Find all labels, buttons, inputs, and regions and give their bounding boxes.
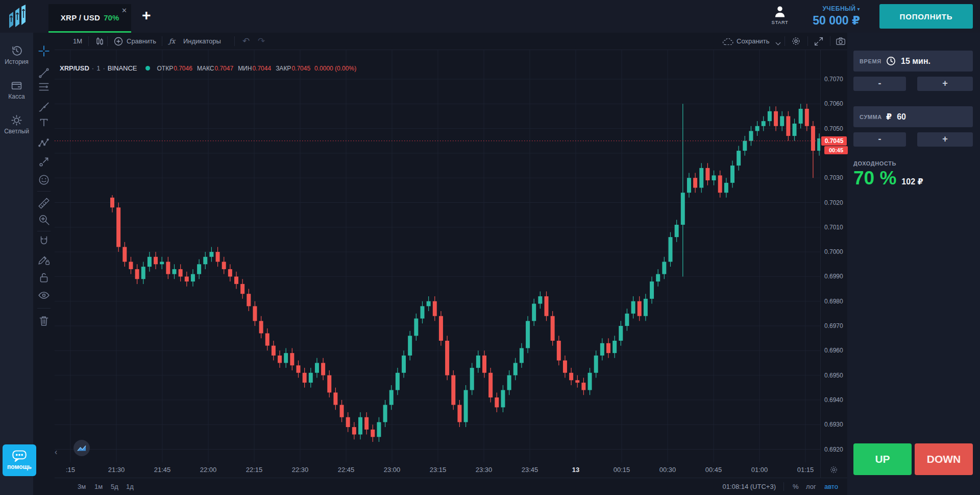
sidebar-item-theme[interactable]: Светлый (0, 114, 33, 135)
candle-body (755, 126, 760, 131)
candle-body (687, 178, 691, 193)
candle-body (179, 269, 183, 276)
candle-body (762, 121, 766, 126)
candle-body (774, 111, 778, 126)
interval-button[interactable]: 1M (73, 33, 82, 50)
candle-body (377, 422, 381, 437)
save-label[interactable]: Сохранить (737, 33, 770, 50)
chart-settings-button[interactable] (791, 36, 801, 46)
candle-body (222, 262, 226, 269)
candlestick-chart[interactable] (55, 50, 820, 462)
pattern-tool[interactable] (38, 137, 50, 150)
fx-icon[interactable]: ƒx (169, 33, 175, 50)
candle-body (482, 356, 486, 373)
range-1d[interactable]: 1д (126, 478, 134, 495)
candle-body (203, 257, 207, 264)
compare-label[interactable]: Сравнить (127, 33, 156, 50)
sidebar-item-label: История (0, 58, 33, 65)
percent-scale-toggle[interactable]: % (793, 478, 799, 495)
range-1m[interactable]: 1м (94, 478, 103, 495)
toolbar-collapse-handle[interactable]: ‹ (55, 447, 57, 457)
zoom-in-tool[interactable] (38, 214, 50, 226)
sidebar-item-cashier[interactable]: Касса (0, 80, 33, 100)
add-tab-button[interactable]: + (142, 7, 151, 23)
text-tool[interactable] (38, 116, 50, 129)
candle-style-button[interactable] (94, 36, 105, 46)
tab-xrp-usd[interactable]: XRP / USD 70% ✕ (48, 4, 131, 33)
clock-utc[interactable]: 01:08:14 (UTC+3) (716, 478, 776, 495)
candle-body (396, 373, 400, 390)
time-minus-button[interactable]: - (853, 77, 906, 91)
candle-body (724, 183, 728, 193)
brush-tool[interactable] (38, 101, 50, 113)
price-tick-label: 0.7010 (824, 224, 843, 231)
up-button[interactable]: UP (853, 443, 912, 475)
auto-scale-toggle[interactable]: авто (824, 478, 838, 495)
time-plus-button[interactable]: + (917, 77, 973, 91)
sidebar-item-history[interactable]: История (0, 45, 33, 65)
candle-body (768, 111, 772, 121)
drawing-mode-tool[interactable] (38, 253, 50, 266)
candle-body (439, 316, 443, 341)
divider (234, 36, 235, 46)
candle-body (575, 380, 579, 383)
sidebar-item-label: Касса (0, 93, 33, 100)
candle-body (811, 126, 815, 151)
undo-icon[interactable]: ↶ (242, 33, 250, 50)
hide-drawings-tool[interactable] (38, 289, 50, 301)
log-scale-toggle[interactable]: лог (806, 478, 816, 495)
fib-tool[interactable] (38, 81, 50, 93)
candle-body (141, 267, 145, 279)
range-3m[interactable]: 3м (78, 478, 86, 495)
candle-body (228, 269, 232, 276)
exchange-watermark[interactable] (73, 439, 90, 457)
close-icon[interactable]: ✕ (121, 7, 127, 14)
time-axis[interactable]: :1521:3021:4522:0022:1522:3022:4523:0023… (55, 462, 820, 478)
range-5d[interactable]: 5д (111, 478, 118, 495)
candle-body (265, 333, 270, 345)
left-sidebar: История Касса Светлый помощь (0, 33, 33, 495)
candle-body (662, 262, 666, 274)
price-axis[interactable]: 0.70700.70600.70500.70300.70200.70100.70… (820, 50, 847, 462)
magnet-tool[interactable] (38, 235, 50, 247)
lock-tool[interactable] (38, 271, 50, 284)
axis-settings-gear-icon[interactable] (829, 465, 839, 475)
forecast-tool[interactable] (38, 156, 50, 168)
fullscreen-button[interactable] (814, 36, 824, 46)
magnifier-plus-icon (38, 214, 50, 226)
save-layout-button[interactable] (722, 37, 733, 45)
compare-button[interactable] (113, 36, 124, 46)
down-button[interactable]: DOWN (915, 443, 973, 475)
crosshair-tool[interactable] (38, 45, 50, 57)
emoji-tool[interactable] (38, 174, 50, 186)
save-dropdown-chevron-icon[interactable] (773, 39, 780, 48)
xabcd-pattern-icon (38, 137, 50, 150)
amount-minus-button[interactable]: - (853, 132, 906, 147)
unlock-icon (38, 271, 50, 284)
trade-panel: ВРЕМЯ 15 мин. - + СУММА ₽ 60 - + ДОХОДНО… (847, 33, 980, 495)
ruler-tool[interactable] (38, 197, 50, 209)
low-value: 0.7044 (252, 65, 271, 72)
time-field[interactable]: ВРЕМЯ 15 мин. (853, 51, 973, 72)
amount-field[interactable]: СУММА ₽ 60 (853, 106, 973, 127)
amount-plus-button[interactable]: + (917, 132, 973, 147)
amount-field-label: СУММА (860, 114, 886, 120)
trend-line-tool[interactable] (38, 67, 50, 79)
candle-body (612, 341, 617, 353)
candle-body (284, 353, 288, 363)
price-tick-label: 0.7020 (824, 199, 843, 206)
candle-body (247, 294, 251, 306)
wallet-icon (11, 80, 22, 91)
account-balance-block[interactable]: УЧЕБНЫЙ▾ 50 000 ₽ (794, 5, 860, 28)
help-button[interactable]: помощь (3, 444, 36, 476)
account-avatar[interactable]: START (765, 5, 795, 25)
screenshot-button[interactable] (836, 36, 846, 46)
candle-body (154, 257, 158, 264)
indicators-label[interactable]: Индикаторы (183, 33, 221, 50)
remove-drawings-tool[interactable] (38, 315, 50, 327)
legend-symbol[interactable]: XRP/USD (60, 64, 89, 72)
deposit-button[interactable]: ПОПОЛНИТЬ (879, 4, 973, 29)
candle-body (253, 306, 257, 321)
redo-icon[interactable]: ↷ (258, 33, 265, 50)
chart-pane[interactable]: XRP/USD · 1 · BINANCE ОТКР 0.7046 МАКС 0… (55, 50, 820, 462)
